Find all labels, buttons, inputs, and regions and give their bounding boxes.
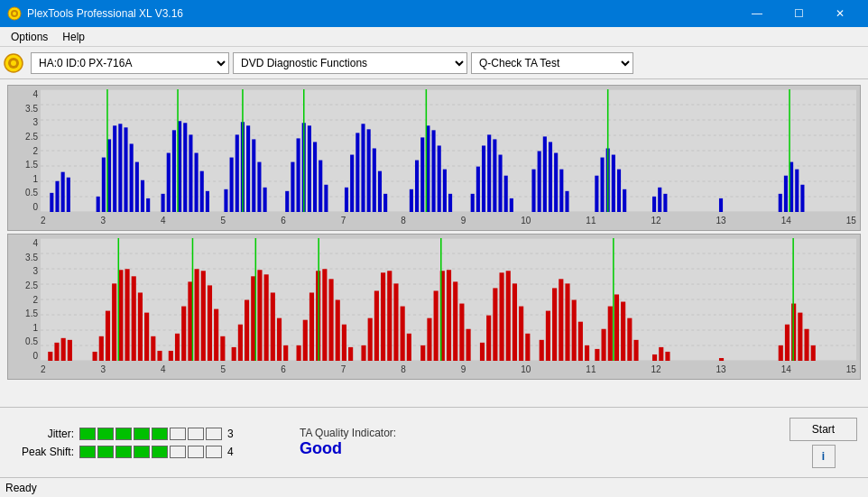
svg-rect-71: [438, 145, 441, 212]
svg-rect-186: [525, 334, 530, 361]
info-button[interactable]: i: [812, 445, 836, 468]
svg-rect-172: [434, 290, 439, 361]
svg-rect-125: [125, 269, 129, 361]
top-chart-svg: [41, 89, 856, 212]
svg-rect-188: [546, 311, 550, 361]
drive-select[interactable]: HA:0 ID:0 PX-716A: [31, 52, 229, 74]
svg-rect-77: [482, 145, 485, 212]
svg-rect-116: [48, 352, 52, 361]
svg-rect-59: [350, 155, 354, 212]
svg-rect-166: [387, 271, 392, 361]
test-select[interactable]: Q-Check TA Test: [471, 52, 633, 74]
svg-rect-47: [263, 188, 267, 212]
svg-rect-100: [719, 198, 723, 212]
svg-rect-130: [157, 351, 162, 361]
menu-help[interactable]: Help: [55, 29, 92, 45]
svg-rect-86: [549, 142, 552, 212]
maximize-button[interactable]: ☐: [778, 0, 819, 27]
peak-seg-7: [188, 446, 204, 458]
minimize-button[interactable]: —: [736, 0, 778, 27]
peak-seg-6: [170, 446, 186, 458]
svg-rect-17: [61, 172, 65, 212]
svg-rect-205: [665, 352, 669, 361]
svg-rect-207: [779, 345, 783, 361]
svg-rect-171: [427, 318, 431, 361]
top-chart-y-axis: 4 3.5 3 2.5 2 1.5 1 0.5 0: [8, 89, 41, 212]
menu-options[interactable]: Options: [4, 29, 55, 45]
svg-rect-118: [61, 338, 66, 361]
peak-shift-progress: [79, 446, 222, 458]
bottom-chart-svg: [41, 238, 856, 361]
peak-seg-3: [115, 446, 132, 458]
svg-rect-139: [214, 309, 218, 361]
svg-rect-195: [595, 349, 599, 361]
svg-rect-20: [102, 158, 106, 212]
svg-rect-42: [235, 134, 239, 212]
svg-rect-16: [55, 181, 59, 212]
close-button[interactable]: ✕: [819, 0, 861, 27]
svg-rect-94: [617, 170, 621, 212]
svg-rect-190: [559, 279, 563, 361]
svg-rect-185: [519, 307, 523, 361]
svg-rect-212: [811, 345, 816, 361]
svg-rect-95: [623, 189, 626, 212]
svg-rect-152: [297, 345, 301, 361]
svg-rect-184: [512, 283, 517, 361]
plextools-logo: [4, 53, 23, 73]
svg-rect-56: [324, 185, 328, 212]
svg-rect-19: [97, 197, 100, 212]
svg-rect-89: [565, 191, 568, 212]
bottom-chart-container: 4 3.5 3 2.5 2 1.5 1 0.5 0: [7, 234, 861, 380]
svg-rect-32: [172, 130, 176, 212]
svg-rect-31: [167, 153, 171, 212]
svg-rect-193: [578, 322, 583, 361]
svg-rect-38: [206, 191, 209, 212]
top-chart-x-axis: 2 3 4 5 6 7 8 9 10 11 12 13 14 15: [41, 212, 856, 228]
peak-seg-5: [152, 446, 168, 458]
svg-point-5: [11, 60, 16, 66]
svg-rect-68: [420, 137, 424, 212]
svg-rect-142: [232, 347, 236, 361]
svg-rect-61: [361, 124, 365, 212]
svg-rect-60: [356, 133, 359, 212]
bottom-chart-y-axis: 4 3.5 3 2.5 2 1.5 1 0.5 0: [8, 238, 41, 361]
svg-rect-65: [383, 194, 387, 212]
svg-rect-183: [506, 271, 511, 361]
svg-rect-138: [208, 285, 212, 361]
svg-rect-90: [595, 176, 598, 212]
svg-rect-137: [201, 271, 206, 361]
jitter-seg-6: [170, 428, 186, 440]
svg-rect-51: [297, 138, 300, 212]
svg-rect-160: [348, 347, 353, 361]
svg-rect-49: [285, 191, 289, 212]
start-button[interactable]: Start: [790, 418, 857, 441]
jitter-label: Jitter:: [11, 428, 74, 440]
svg-rect-67: [415, 161, 419, 212]
app-title: PlexTools Professional XL V3.16: [27, 7, 183, 20]
svg-rect-104: [795, 170, 799, 212]
svg-rect-162: [361, 345, 365, 361]
svg-rect-175: [453, 281, 457, 361]
jitter-seg-8: [206, 428, 222, 440]
svg-rect-198: [614, 294, 619, 361]
bottom-chart-x-axis: 2 3 4 5 6 7 8 9 10 11 12 13 14 15: [41, 361, 856, 377]
jitter-seg-4: [134, 428, 150, 440]
svg-rect-144: [245, 300, 249, 361]
function-select[interactable]: DVD Diagnostic Functions: [233, 52, 467, 74]
svg-rect-50: [291, 162, 294, 212]
svg-rect-170: [420, 345, 425, 361]
svg-rect-159: [342, 325, 346, 361]
svg-rect-201: [633, 340, 638, 361]
jitter-seg-3: [115, 428, 132, 440]
svg-rect-196: [602, 329, 606, 361]
metrics-section: Jitter: 3 Peak Shift:: [11, 428, 245, 458]
svg-rect-58: [345, 188, 348, 212]
svg-rect-150: [283, 345, 288, 361]
svg-rect-157: [328, 279, 333, 361]
svg-rect-211: [804, 329, 808, 361]
svg-rect-82: [510, 198, 513, 212]
svg-rect-169: [407, 334, 411, 361]
svg-rect-75: [471, 194, 475, 212]
svg-rect-174: [447, 270, 451, 361]
svg-rect-147: [264, 274, 269, 361]
